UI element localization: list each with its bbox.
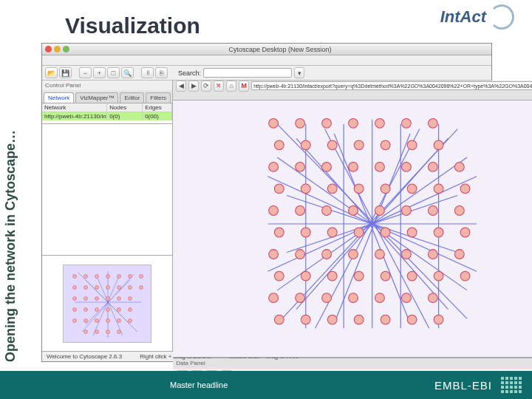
browser-back-button[interactable]: ◀	[176, 81, 186, 92]
swirl-icon	[489, 4, 514, 30]
zoom-fit-button[interactable]: □	[107, 67, 120, 78]
network-list: Network Nodes Edges http://pweb-4b:21130…	[42, 103, 172, 124]
svg-point-13	[129, 274, 132, 278]
svg-point-86	[275, 184, 284, 194]
intact-logo: IntAct	[440, 4, 514, 30]
toggle-overview-button[interactable]: ॥	[141, 67, 154, 78]
svg-point-34	[73, 318, 77, 322]
svg-point-87	[301, 184, 311, 194]
embl-ebi-logo-icon	[501, 377, 522, 393]
plugin-button[interactable]: ⎘	[155, 67, 168, 78]
minimize-icon[interactable]	[54, 46, 61, 52]
svg-point-70	[429, 118, 438, 128]
svg-point-121	[354, 271, 364, 281]
svg-point-115	[402, 250, 412, 259]
zoom-in-button[interactable]: +	[93, 67, 106, 78]
svg-point-90	[381, 184, 390, 194]
save-icon: 💾	[61, 69, 69, 77]
menu-bar[interactable]	[42, 55, 491, 66]
main-view: ◀ ▶ ⟳ ✕ ⌂ M http://pweb-4b:21130/intact/…	[173, 81, 532, 351]
svg-point-139	[434, 315, 443, 324]
svg-point-109	[460, 228, 470, 237]
svg-point-22	[73, 296, 77, 300]
tab-editor[interactable]: Editor	[120, 92, 144, 103]
stop-icon: ✕	[216, 82, 222, 89]
browser-reload-button[interactable]: ⟳	[201, 81, 211, 92]
network-overview[interactable]	[42, 255, 172, 351]
folder-icon: 📂	[47, 69, 55, 77]
svg-point-128	[322, 293, 332, 303]
embedded-browser-chrome: ◀ ▶ ⟳ ✕ ⌂ M http://pweb-4b:21130/intact/…	[173, 81, 532, 100]
svg-point-137	[381, 315, 390, 324]
open-button[interactable]: 📂	[45, 67, 58, 78]
svg-point-27	[129, 296, 132, 300]
svg-point-89	[354, 184, 364, 194]
status-welcome: Welcome to Cytoscape 2.6.3	[47, 353, 122, 360]
svg-point-11	[106, 274, 110, 278]
mozilla-icon: M	[241, 82, 247, 89]
svg-point-77	[434, 140, 443, 150]
address-url: http://pweb-4b:21130/intact/export?query…	[253, 83, 532, 89]
toolbar-search: Search: ▾	[178, 67, 304, 78]
svg-point-104	[327, 228, 337, 237]
svg-point-131	[402, 293, 412, 303]
tab-vizmapper[interactable]: VizMapper™	[75, 92, 118, 103]
svg-point-81	[349, 162, 358, 171]
browser-forward-button[interactable]: ▶	[188, 81, 199, 92]
network-row[interactable]: http://pweb-4b:21130/int… 0(0) 0(00)	[42, 112, 172, 120]
window-title: Cytoscape Desktop (New Session)	[72, 46, 488, 53]
tab-filters[interactable]: Filters	[146, 92, 171, 103]
window-titlebar[interactable]: Cytoscape Desktop (New Session)	[42, 44, 491, 55]
search-dropdown-icon[interactable]: ▾	[294, 67, 304, 78]
tab-network[interactable]: Network	[44, 92, 74, 103]
svg-point-92	[434, 184, 443, 194]
fit-icon: □	[112, 69, 115, 77]
svg-point-95	[296, 206, 305, 216]
rotated-sidebar-label: Opening the network in Cytoscape…	[3, 44, 18, 362]
zoom-out-button[interactable]: −	[79, 67, 92, 78]
svg-point-15	[73, 285, 77, 289]
close-icon[interactable]	[45, 46, 52, 52]
search-label: Search:	[178, 69, 201, 77]
network-canvas[interactable]	[173, 100, 532, 358]
svg-point-102	[275, 228, 284, 237]
control-panel-tabs: Network VizMapper™ Editor Filters	[42, 90, 172, 103]
svg-point-100	[429, 206, 438, 216]
svg-line-7	[93, 276, 119, 335]
zoom-sel-button[interactable]: 🔍	[121, 67, 134, 78]
svg-point-84	[429, 162, 438, 171]
svg-point-127	[296, 293, 305, 303]
svg-point-130	[375, 293, 385, 303]
maximize-icon[interactable]	[63, 46, 69, 52]
svg-point-23	[84, 296, 88, 300]
svg-point-120	[327, 271, 337, 281]
control-panel-label: Control Panel	[42, 81, 172, 90]
browser-mozilla-button[interactable]: M	[239, 81, 249, 92]
col-network: Network	[42, 103, 107, 112]
address-bar[interactable]: http://pweb-4b:21130/intact/export?query…	[251, 81, 532, 90]
svg-point-74	[354, 140, 364, 150]
svg-point-118	[275, 271, 284, 281]
svg-point-36	[95, 318, 99, 322]
cytoscape-window: Cytoscape Desktop (New Session) 📂 💾 − + …	[41, 43, 492, 362]
svg-point-26	[117, 296, 121, 300]
svg-point-105	[354, 228, 364, 237]
save-button[interactable]: 💾	[59, 67, 72, 78]
svg-point-65	[296, 118, 305, 128]
svg-point-125	[460, 271, 470, 281]
back-icon: ◀	[179, 82, 184, 89]
browser-home-button[interactable]: ⌂	[226, 81, 236, 92]
svg-point-112	[322, 250, 332, 259]
browser-stop-button[interactable]: ✕	[214, 81, 224, 92]
svg-point-66	[322, 118, 332, 128]
svg-point-126	[269, 293, 279, 303]
search-input[interactable]	[203, 68, 292, 78]
data-panel-title: Data Panel	[173, 358, 532, 369]
svg-point-16	[84, 285, 88, 289]
svg-point-10	[95, 274, 99, 278]
svg-point-73	[327, 140, 337, 150]
svg-point-107	[407, 228, 417, 237]
forward-icon: ▶	[191, 82, 197, 89]
svg-point-119	[301, 271, 311, 281]
svg-point-114	[375, 250, 385, 259]
